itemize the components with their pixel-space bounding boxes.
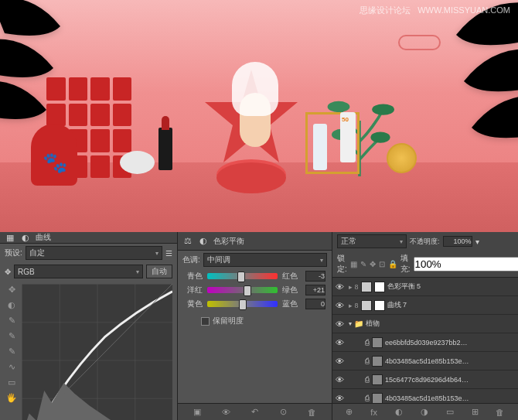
- lock-all-icon[interactable]: 🔒: [388, 260, 397, 268]
- slider-0[interactable]: [207, 273, 278, 279]
- layer-name: 4b03485ac5d1e85b153e…: [385, 357, 515, 365]
- curve-graph[interactable]: [22, 284, 172, 420]
- slider-left-2: 黄色: [184, 299, 203, 309]
- curve-tool-4[interactable]: ✎: [6, 346, 17, 357]
- tone-dropdown[interactable]: 中间调▾: [203, 253, 327, 267]
- layer-row[interactable]: 👁⎙15c6477c8d96296d4b64…: [332, 370, 518, 389]
- layer-name: 曲线 7: [387, 300, 515, 310]
- folder-icon: 📁: [354, 319, 363, 328]
- curve-tool-0[interactable]: ✥: [6, 284, 17, 295]
- layer-row[interactable]: 👁▸ 8曲线 7: [332, 296, 518, 315]
- layer-row[interactable]: 👁⎙4b03485ac5d1e85b153e…: [332, 389, 518, 403]
- curve-tool-6[interactable]: ▭: [6, 377, 17, 388]
- smart-icon: ⎙: [365, 375, 370, 384]
- layers-action-1[interactable]: fx: [370, 408, 377, 417]
- prev2-icon[interactable]: ⊙: [280, 407, 287, 417]
- balance-bottom: ▣ 👁 ↶ ⊙ 🗑: [178, 403, 332, 420]
- mask-thumb: [374, 300, 385, 311]
- paw-icon: [43, 151, 66, 174]
- fill-input[interactable]: [414, 257, 518, 271]
- visibility-icon[interactable]: 👁: [336, 301, 346, 310]
- lock-label: 锁定:: [337, 253, 347, 275]
- lock-art-icon[interactable]: ⊡: [379, 260, 385, 268]
- fill-label: 填充:: [400, 253, 411, 275]
- clip2-icon[interactable]: ▣: [193, 407, 201, 417]
- eyedrop-icon[interactable]: ✥: [5, 268, 11, 276]
- visibility-icon[interactable]: 👁: [336, 375, 346, 384]
- layer-row[interactable]: 👁⎙4b03485ac5d1e85b153e…: [332, 352, 518, 370]
- adj-icon[interactable]: ◐: [20, 232, 31, 243]
- layers-top: 正常▾ 不透明度: ▾: [332, 232, 518, 251]
- layers-panel: 正常▾ 不透明度: ▾ 锁定: ▦ ✎ ✥ ⊡ 🔒 填充: ▾ 👁▸ 8色彩平衡…: [332, 232, 518, 420]
- face-mask: [232, 62, 278, 116]
- channel-dropdown[interactable]: RGB▾: [14, 265, 143, 278]
- cloud-deco: [398, 35, 441, 50]
- slider-val-2[interactable]: [305, 299, 325, 309]
- layers-action-5[interactable]: ⊞: [472, 407, 479, 417]
- visibility-icon[interactable]: 👁: [336, 357, 346, 366]
- layer-list[interactable]: 👁▸ 8色彩平衡 5👁▸ 8曲线 7👁▾📁植物👁⎙ee6bbfd5d039e92…: [332, 278, 518, 403]
- preset-label: 预设:: [5, 248, 22, 258]
- lipstick: [158, 128, 172, 170]
- lock-move-icon[interactable]: ✥: [370, 260, 376, 268]
- opacity-label: 不透明度:: [410, 237, 440, 247]
- layers-action-6[interactable]: 🗑: [496, 408, 504, 417]
- adj2-icon[interactable]: ◐: [198, 236, 209, 247]
- visibility-icon[interactable]: 👁: [336, 338, 346, 347]
- design-canvas: 思缘设计论坛 WWW.MISSYUAN.COM: [0, 0, 518, 232]
- curves-icon[interactable]: ▦: [5, 232, 15, 243]
- curve-tool-3[interactable]: ✎: [6, 330, 17, 341]
- slider-1[interactable]: [207, 287, 278, 293]
- layers-action-3[interactable]: ◑: [421, 407, 428, 417]
- adj-thumb: [361, 282, 372, 292]
- leaf-tr: [394, 0, 518, 143]
- opacity-input[interactable]: [443, 236, 472, 247]
- scale-icon[interactable]: ⚖: [182, 236, 193, 247]
- curve-tool-5[interactable]: ∿: [6, 361, 17, 372]
- slider-val-0[interactable]: [305, 271, 325, 282]
- curves-tab-label[interactable]: 曲线: [36, 232, 51, 243]
- layers-action-0[interactable]: ⊕: [346, 407, 353, 417]
- layer-row[interactable]: 👁▾📁植物: [332, 315, 518, 333]
- layer-name: 15c6477c8d96296d4b64…: [385, 376, 515, 384]
- blend-dropdown[interactable]: 正常▾: [337, 234, 407, 248]
- layer-row[interactable]: 👁⎙ee6bbfd5d039e9237bb2…: [332, 333, 518, 352]
- smart-icon: ⎙: [365, 338, 370, 347]
- lock-pixels-icon[interactable]: ▦: [350, 260, 357, 268]
- curve-tools: ✥◐✎✎✎∿▭🖐: [5, 284, 19, 420]
- visibility-icon[interactable]: 👁: [336, 319, 346, 329]
- link-icon: ▸ 8: [349, 302, 359, 309]
- cream-tube: [313, 124, 327, 170]
- layer-name: 4b03485ac5d1e85b153e…: [385, 394, 515, 402]
- curve-tool-7[interactable]: 🖐: [6, 392, 17, 403]
- curve-tool-2[interactable]: ✎: [6, 315, 17, 326]
- smart-icon: ⎙: [365, 394, 370, 402]
- powder: [120, 151, 155, 174]
- trash2-icon[interactable]: 🗑: [308, 408, 316, 417]
- reset2-icon[interactable]: ↶: [251, 407, 258, 417]
- layer-name: 色彩平衡 5: [387, 282, 515, 292]
- smart-icon: ⎙: [365, 357, 370, 365]
- layer-thumb: [372, 393, 383, 404]
- layers-action-4[interactable]: ▭: [446, 407, 454, 417]
- lock-brush-icon[interactable]: ✎: [360, 260, 366, 268]
- balance-tabs: ⚖ ◐ 色彩平衡: [178, 232, 332, 251]
- mask-thumb: [374, 282, 385, 292]
- curve-tool-1[interactable]: ◐: [6, 299, 17, 310]
- layer-row[interactable]: 👁▸ 8色彩平衡 5: [332, 278, 518, 296]
- slider-right-2: 蓝色: [282, 299, 301, 309]
- balance-tab-label[interactable]: 色彩平衡: [213, 236, 244, 247]
- slider-2[interactable]: [207, 301, 278, 307]
- slider-val-1[interactable]: [305, 285, 325, 295]
- menu-icon[interactable]: ☰: [165, 249, 172, 258]
- preset-dropdown[interactable]: 自定▾: [26, 246, 162, 260]
- chevron-down-icon[interactable]: ▾: [349, 320, 352, 327]
- visibility-icon[interactable]: 👁: [336, 394, 346, 403]
- preserve-lum-check[interactable]: 保留明度: [178, 311, 332, 331]
- layer-name: 植物: [366, 319, 515, 329]
- auto-button[interactable]: 自动: [146, 265, 172, 278]
- layer-name: ee6bbfd5d039e9237bb2…: [385, 339, 515, 347]
- visibility-icon[interactable]: 👁: [336, 282, 346, 292]
- eye2-icon[interactable]: 👁: [222, 408, 230, 417]
- layers-action-2[interactable]: ◐: [395, 407, 403, 417]
